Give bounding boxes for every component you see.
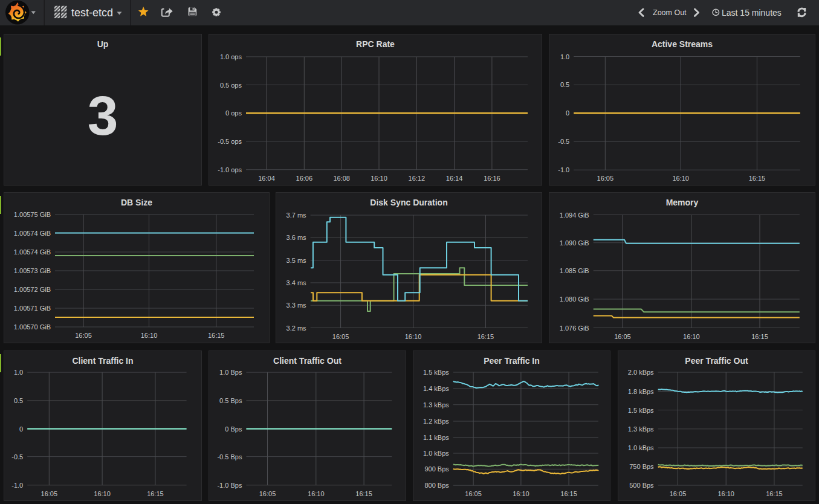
svg-text:16:10: 16:10	[141, 332, 158, 339]
svg-text:1.00571 GiB: 1.00571 GiB	[14, 305, 51, 312]
svg-text:1.00570 GiB: 1.00570 GiB	[14, 323, 51, 331]
svg-text:16:14: 16:14	[446, 175, 463, 182]
svg-text:1.076 GiB: 1.076 GiB	[560, 325, 589, 332]
svg-text:3.7 ms: 3.7 ms	[286, 212, 307, 219]
svg-text:1.0: 1.0	[560, 53, 569, 60]
svg-text:16:10: 16:10	[405, 333, 422, 340]
svg-text:2.0 kBps: 2.0 kBps	[628, 369, 654, 376]
svg-text:16:04: 16:04	[258, 175, 275, 182]
svg-text:0.5: 0.5	[560, 81, 569, 88]
svg-text:-0.5: -0.5	[558, 138, 569, 145]
svg-text:0: 0	[19, 425, 23, 433]
svg-text:1.4 kBps: 1.4 kBps	[423, 385, 449, 392]
svg-text:16:15: 16:15	[560, 490, 577, 497]
svg-text:1.2 kBps: 1.2 kBps	[423, 418, 449, 425]
svg-text:16:05: 16:05	[670, 490, 687, 497]
svg-text:16:10: 16:10	[94, 490, 111, 497]
svg-text:3.6 ms: 3.6 ms	[286, 234, 307, 241]
svg-text:800 Bps: 800 Bps	[424, 482, 449, 489]
svg-text:1.0 kBps: 1.0 kBps	[628, 444, 654, 451]
svg-text:1.8 kBps: 1.8 kBps	[628, 388, 654, 395]
svg-text:3.4 ms: 3.4 ms	[286, 279, 307, 286]
svg-text:test-etcd: test-etcd	[71, 7, 113, 19]
svg-text:3.2 ms: 3.2 ms	[286, 325, 307, 332]
svg-text:Last 15 minutes: Last 15 minutes	[722, 8, 782, 18]
svg-text:16:15: 16:15	[477, 333, 494, 340]
svg-text:1.0 Bps: 1.0 Bps	[219, 369, 242, 376]
svg-text:16:05: 16:05	[614, 333, 631, 340]
svg-text:1.1 kBps: 1.1 kBps	[423, 434, 449, 441]
svg-text:1.00574 GiB: 1.00574 GiB	[14, 230, 51, 237]
svg-text:16:10: 16:10	[371, 175, 387, 182]
svg-text:-0.5 Bps: -0.5 Bps	[217, 453, 242, 460]
svg-text:16:06: 16:06	[296, 175, 313, 182]
svg-text:1.0: 1.0	[14, 369, 23, 376]
svg-text:Zoom Out: Zoom Out	[653, 8, 687, 17]
svg-text:3.5 ms: 3.5 ms	[286, 257, 307, 264]
svg-text:16:15: 16:15	[751, 333, 768, 340]
svg-text:-1.0 ops: -1.0 ops	[218, 166, 242, 173]
svg-text:900 Bps: 900 Bps	[424, 465, 449, 473]
svg-text:500 Bps: 500 Bps	[629, 482, 654, 489]
svg-text:16:10: 16:10	[308, 490, 325, 497]
svg-text:16:10: 16:10	[672, 175, 689, 182]
svg-text:16:05: 16:05	[332, 333, 349, 340]
svg-text:3.3 ms: 3.3 ms	[286, 302, 307, 309]
svg-text:16:15: 16:15	[355, 490, 372, 497]
svg-text:1.085 GiB: 1.085 GiB	[560, 267, 589, 274]
svg-text:16:15: 16:15	[147, 490, 164, 497]
svg-text:16:15: 16:15	[766, 490, 783, 497]
svg-text:16:05: 16:05	[259, 490, 276, 497]
svg-text:16:10: 16:10	[683, 333, 700, 340]
svg-text:1.090 GiB: 1.090 GiB	[560, 239, 589, 247]
svg-text:-0.5 ops: -0.5 ops	[218, 138, 242, 145]
svg-text:-1.0 Bps: -1.0 Bps	[217, 482, 242, 489]
svg-text:750 Bps: 750 Bps	[629, 463, 654, 470]
svg-text:1.3 kBps: 1.3 kBps	[628, 425, 654, 433]
svg-text:16:05: 16:05	[75, 332, 92, 339]
svg-text:16:16: 16:16	[484, 175, 500, 182]
svg-text:1.0 ops: 1.0 ops	[220, 53, 242, 60]
svg-text:-1.0: -1.0	[558, 166, 569, 173]
svg-text:16:10: 16:10	[717, 490, 734, 497]
svg-text:1.00573 GiB: 1.00573 GiB	[14, 267, 51, 274]
svg-text:1.3 kBps: 1.3 kBps	[423, 401, 449, 409]
svg-text:16:05: 16:05	[597, 175, 614, 182]
svg-text:16:08: 16:08	[333, 175, 350, 182]
svg-text:16:15: 16:15	[749, 175, 766, 182]
svg-text:1.5 kBps: 1.5 kBps	[628, 407, 654, 414]
svg-text:0.5 Bps: 0.5 Bps	[219, 397, 242, 404]
svg-text:16:12: 16:12	[409, 175, 426, 182]
svg-text:16:05: 16:05	[465, 490, 482, 497]
svg-text:16:15: 16:15	[208, 332, 225, 339]
svg-text:1.080 GiB: 1.080 GiB	[560, 296, 589, 303]
svg-text:-0.5: -0.5	[11, 453, 23, 460]
svg-text:1.094 GiB: 1.094 GiB	[560, 212, 589, 219]
svg-text:0: 0	[566, 109, 569, 117]
svg-text:1.0 kBps: 1.0 kBps	[423, 450, 449, 457]
svg-text:16:10: 16:10	[513, 490, 529, 497]
svg-text:0 ops: 0 ops	[225, 109, 242, 117]
svg-text:0.5 ops: 0.5 ops	[220, 82, 242, 89]
svg-text:1.00572 GiB: 1.00572 GiB	[14, 286, 51, 293]
svg-text:1.00575 GiB: 1.00575 GiB	[14, 211, 51, 218]
svg-text:16:05: 16:05	[41, 490, 58, 497]
svg-text:1.5 kBps: 1.5 kBps	[423, 369, 449, 376]
svg-text:0.5: 0.5	[14, 397, 23, 404]
svg-text:0 Bps: 0 Bps	[225, 425, 242, 433]
svg-text:-1.0: -1.0	[11, 482, 23, 489]
svg-text:1.00574 GiB: 1.00574 GiB	[14, 248, 51, 256]
